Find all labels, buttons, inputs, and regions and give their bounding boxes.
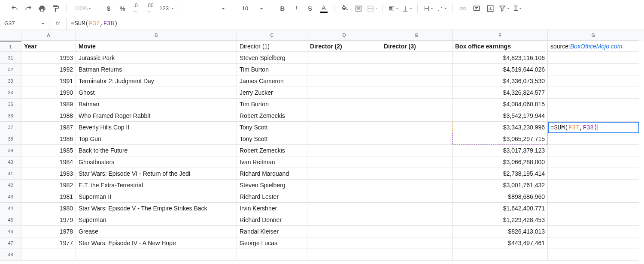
- cell-year[interactable]: 1992: [21, 64, 76, 75]
- cell-movie[interactable]: Ghost: [76, 87, 237, 99]
- cell-box-office[interactable]: $4,084,060,815: [453, 99, 548, 110]
- row-header[interactable]: 47: [0, 237, 21, 249]
- cell-director2[interactable]: [307, 237, 381, 249]
- cell-movie[interactable]: Top Gun: [76, 133, 237, 145]
- italic-button[interactable]: I: [290, 3, 302, 15]
- cell-director3[interactable]: [381, 237, 453, 249]
- cell-director3[interactable]: [381, 133, 453, 145]
- cell-director[interactable]: Richard Lester: [237, 191, 307, 203]
- cell-g[interactable]: [548, 168, 639, 180]
- fill-color-button[interactable]: [339, 3, 351, 15]
- cell-director2[interactable]: [307, 191, 381, 203]
- row-header[interactable]: 40: [0, 156, 21, 168]
- cell-director[interactable]: George Lucas: [237, 237, 307, 249]
- cell-director[interactable]: Steven Spielberg: [237, 52, 307, 64]
- cell-movie[interactable]: Superman: [76, 214, 237, 226]
- currency-button[interactable]: $: [103, 3, 115, 15]
- cell-box-office[interactable]: $3,001,761,432: [453, 180, 548, 191]
- col-header-B[interactable]: B: [76, 30, 237, 41]
- cell-g[interactable]: [548, 145, 639, 156]
- vertical-align-button[interactable]: [401, 3, 413, 15]
- cell-A1[interactable]: Year: [21, 41, 76, 52]
- cell-director[interactable]: Irvin Kershner: [237, 203, 307, 214]
- filter-button[interactable]: [498, 3, 510, 15]
- cell-g[interactable]: [548, 99, 639, 110]
- row-header[interactable]: 48: [0, 249, 21, 261]
- cell-year[interactable]: 1983: [21, 168, 76, 180]
- cell-box-office[interactable]: $898,686,960: [453, 191, 548, 203]
- cell-movie[interactable]: Jurassic Park: [76, 52, 237, 64]
- cell-box-office[interactable]: $3,066,288,000: [453, 156, 548, 168]
- cell-director[interactable]: Richard Donner: [237, 214, 307, 226]
- row-header[interactable]: 31: [0, 52, 21, 64]
- cell-movie[interactable]: Beverly Hills Cop II: [76, 122, 237, 133]
- cell-g[interactable]: [548, 156, 639, 168]
- cell-year[interactable]: 1990: [21, 87, 76, 99]
- cell-director3[interactable]: [381, 226, 453, 237]
- increase-decimal-button[interactable]: .00→: [144, 3, 156, 15]
- paint-format-button[interactable]: [50, 3, 62, 15]
- cell-g[interactable]: [548, 249, 639, 261]
- cell-box-office[interactable]: $1,642,400,771: [453, 203, 548, 214]
- cell-movie[interactable]: Terminator 2: Judgment Day: [76, 75, 237, 87]
- cell-director3[interactable]: [381, 203, 453, 214]
- cell-director[interactable]: Steven Spielberg: [237, 180, 307, 191]
- cell-movie[interactable]: Who Framed Roger Rabbit: [76, 110, 237, 122]
- cell-year[interactable]: 1989: [21, 99, 76, 110]
- cell-director3[interactable]: [381, 64, 453, 75]
- cell-director2[interactable]: [307, 226, 381, 237]
- cell-director2[interactable]: [307, 203, 381, 214]
- cell-director[interactable]: Randal Kleiser: [237, 226, 307, 237]
- cell-director2[interactable]: [307, 133, 381, 145]
- cell-g[interactable]: [548, 214, 639, 226]
- cell-year[interactable]: 1991: [21, 75, 76, 87]
- insert-comment-button[interactable]: [471, 3, 483, 15]
- cell-box-office[interactable]: $4,336,073,530: [453, 75, 548, 87]
- horizontal-align-button[interactable]: [387, 3, 399, 15]
- text-color-button[interactable]: A: [318, 3, 330, 15]
- cell-movie[interactable]: Grease: [76, 226, 237, 237]
- cell-box-office[interactable]: $3,542,179,944: [453, 110, 548, 122]
- borders-button[interactable]: [352, 3, 365, 15]
- font-size-input[interactable]: 10: [237, 3, 254, 14]
- cell-movie[interactable]: Batman: [76, 99, 237, 110]
- cell-director[interactable]: Tony Scott: [237, 122, 307, 133]
- row-header[interactable]: 32: [0, 64, 21, 75]
- cell-director[interactable]: Tony Scott: [237, 133, 307, 145]
- cell-E1[interactable]: Director (3): [381, 41, 453, 52]
- cell-movie[interactable]: Batman Returns: [76, 64, 237, 75]
- cell-box-office[interactable]: $4,823,116,106: [453, 52, 548, 64]
- cell-movie[interactable]: Star Wars: Episode VI - Return of the Je…: [76, 168, 237, 180]
- row-header[interactable]: 35: [0, 99, 21, 110]
- cell-director3[interactable]: [381, 52, 453, 64]
- cell-director3[interactable]: [381, 214, 453, 226]
- col-header-G[interactable]: G: [548, 30, 639, 41]
- insert-link-button[interactable]: [457, 3, 469, 15]
- cell-year[interactable]: 1993: [21, 52, 76, 64]
- cell-year[interactable]: 1980: [21, 203, 76, 214]
- row-header[interactable]: 38: [0, 133, 21, 145]
- cell-director3[interactable]: [381, 168, 453, 180]
- cell-director3[interactable]: [381, 145, 453, 156]
- col-header-E[interactable]: E: [381, 30, 453, 41]
- cell-year[interactable]: 1988: [21, 110, 76, 122]
- cell-C1[interactable]: Director (1): [237, 41, 307, 52]
- cell-director2[interactable]: [307, 52, 381, 64]
- functions-button[interactable]: Σ: [512, 3, 524, 15]
- cell-director2[interactable]: [307, 156, 381, 168]
- row-header[interactable]: 46: [0, 226, 21, 237]
- cell-director3[interactable]: [381, 87, 453, 99]
- cell-director3[interactable]: [381, 180, 453, 191]
- row-header[interactable]: 42: [0, 180, 21, 191]
- text-rotation-button[interactable]: [436, 3, 448, 15]
- font-size-caret[interactable]: [255, 3, 267, 15]
- row-header[interactable]: 34: [0, 87, 21, 99]
- cell-g[interactable]: [548, 203, 639, 214]
- cell-director2[interactable]: [307, 64, 381, 75]
- merge-cells-button[interactable]: [366, 3, 378, 15]
- cell-g[interactable]: [548, 64, 639, 75]
- cell-box-office[interactable]: $3,017,379,123: [453, 145, 548, 156]
- cell-year[interactable]: 1978: [21, 226, 76, 237]
- cell-box-office[interactable]: $1,229,428,453: [453, 214, 548, 226]
- row-header[interactable]: 45: [0, 214, 21, 226]
